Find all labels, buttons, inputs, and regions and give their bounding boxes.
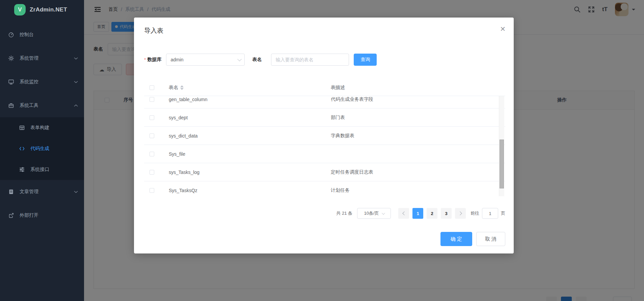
cell-table-name: Sys_file (169, 151, 331, 157)
page-button-3[interactable]: 3 (441, 208, 452, 219)
table-row[interactable]: sys_Tasks_log 定时任务调度日志表 (144, 163, 505, 181)
table-row[interactable]: sys_dict_data 字典数据表 (144, 127, 505, 145)
gear-icon (8, 55, 14, 61)
col-table-name: 表名 (169, 85, 178, 91)
cell-table-name: Sys_TasksQz (169, 188, 331, 193)
dlg-select-all-checkbox[interactable] (150, 85, 154, 90)
dlg-table-name-label: 表名 (252, 57, 262, 63)
table-row[interactable]: sys_dept 部门表 (144, 109, 505, 127)
dialog-table: 表名 表描述 gen_table_column 代码生成业务表字段 sys_de… (144, 79, 505, 196)
db-select-value: admin (170, 57, 237, 62)
sidebar-item-label: 系统接口 (30, 167, 78, 173)
chevron-down-icon (381, 211, 385, 215)
scroll-up-arrow-icon[interactable] (500, 98, 504, 101)
sidebar-item-form-builder[interactable]: 表单构建 (0, 117, 84, 138)
code-icon (19, 146, 25, 152)
confirm-button[interactable]: 确 定 (440, 232, 472, 246)
chevron-left-icon (402, 211, 406, 215)
sidebar-submenu-wrap: 表单构建 代码生成 系统接口 (0, 117, 84, 180)
row-checkbox[interactable] (150, 170, 154, 175)
page-size-select[interactable]: 10条/页 (357, 208, 391, 219)
sidebar-item-label: 系统管理 (20, 55, 69, 61)
page-button-2[interactable]: 2 (427, 208, 437, 219)
vertical-scrollbar[interactable] (499, 96, 504, 196)
chevron-up-icon (74, 104, 78, 107)
page-size-value: 10条/页 (364, 210, 379, 216)
sidebar: V ZrAdmin.NET 控制台 系统管理 系统监控 系统工具 表单 (0, 0, 84, 301)
dialog-pagination: 共 21 条 10条/页 1 2 3 前往 页 (336, 208, 505, 219)
table-row[interactable]: gen_table_column 代码生成业务表字段 (144, 96, 505, 109)
sidebar-item-label: 文章管理 (20, 189, 69, 195)
dialog-table-body: gen_table_column 代码生成业务表字段 sys_dept 部门表 … (144, 96, 505, 196)
cell-table-desc: 定时任务调度日志表 (331, 169, 505, 175)
dlg-table-name-input[interactable] (271, 54, 349, 66)
goto-label: 前往 (471, 210, 479, 216)
form-grid-icon (19, 125, 25, 131)
cell-table-desc: 代码生成业务表字段 (331, 96, 505, 102)
db-select[interactable]: admin (166, 54, 245, 66)
dialog-form: * 数据库 admin 表名 查询 (144, 54, 377, 66)
scrollbar-thumb[interactable] (500, 140, 504, 188)
sidebar-item-label: 外部打开 (20, 212, 78, 218)
table-row[interactable]: Sys_file (144, 145, 505, 163)
chevron-down-icon (74, 81, 78, 83)
sidebar-item-label: 系统工具 (20, 102, 69, 109)
sidebar-item-code-gen[interactable]: 代码生成 (0, 138, 84, 159)
cell-table-name: sys_dict_data (169, 133, 331, 139)
cell-table-desc: 计划任务 (331, 187, 505, 193)
app-logo[interactable]: V ZrAdmin.NET (0, 0, 84, 20)
sidebar-submenu: 表单构建 代码生成 系统接口 (0, 117, 84, 180)
goto-unit: 页 (501, 210, 505, 216)
dialog-table-header: 表名 表描述 (144, 79, 505, 96)
app-title: ZrAdmin.NET (30, 6, 67, 13)
cell-table-name: gen_table_column (169, 97, 331, 102)
cell-table-name: sys_Tasks_log (169, 170, 331, 175)
required-asterisk: * (144, 57, 146, 62)
external-link-icon (8, 212, 14, 218)
sidebar-item-label: 表单构建 (30, 125, 78, 131)
sidebar-item-system-api[interactable]: 系统接口 (0, 159, 84, 180)
import-table-dialog: 导入表 ✕ * 数据库 admin 表名 查询 表名 表描述 gen_table… (134, 18, 514, 253)
close-icon[interactable]: ✕ (500, 26, 506, 32)
table-row[interactable]: Sys_TasksQz 计划任务 (144, 181, 505, 196)
toolbox-icon (8, 102, 14, 109)
dashboard-icon (8, 32, 14, 38)
query-button[interactable]: 查询 (354, 54, 377, 66)
sort-icon[interactable] (180, 85, 184, 90)
page-button-1[interactable]: 1 (412, 208, 423, 219)
logo-icon: V (14, 4, 26, 16)
sidebar-item-system-monitor[interactable]: 系统监控 (0, 70, 84, 94)
sidebar-item-label: 代码生成 (30, 146, 78, 152)
dialog-footer: 确 定 取 消 (440, 232, 505, 246)
row-checkbox[interactable] (150, 133, 154, 138)
dialog-title: 导入表 (144, 26, 163, 35)
row-checkbox[interactable] (150, 188, 154, 193)
sliders-icon (19, 167, 25, 173)
goto-page-input[interactable] (482, 208, 498, 219)
sidebar-item-label: 控制台 (20, 32, 78, 38)
col-table-desc: 表描述 (331, 85, 505, 91)
db-label: 数据库 (147, 57, 161, 63)
cell-table-desc: 部门表 (331, 115, 505, 121)
sidebar-item-system-tools[interactable]: 系统工具 (0, 94, 84, 117)
cell-table-name: sys_dept (169, 115, 331, 120)
row-checkbox[interactable] (150, 152, 154, 156)
sidebar-item-dashboard[interactable]: 控制台 (0, 23, 84, 47)
sidebar-item-label: 系统监控 (20, 79, 69, 85)
chevron-down-icon (74, 190, 78, 193)
pagination-total: 共 21 条 (336, 210, 352, 216)
prev-page-button[interactable] (398, 208, 409, 219)
sidebar-item-external-open[interactable]: 外部打开 (0, 204, 84, 227)
next-page-button[interactable] (455, 208, 466, 219)
cancel-button[interactable]: 取 消 (476, 232, 505, 246)
article-icon (8, 189, 14, 195)
scroll-down-arrow-icon[interactable] (500, 191, 504, 194)
sidebar-item-article-mgmt[interactable]: 文章管理 (0, 180, 84, 204)
chevron-right-icon (458, 211, 462, 215)
row-checkbox[interactable] (150, 97, 154, 102)
chevron-down-icon (74, 57, 78, 60)
sidebar-item-system-mgmt[interactable]: 系统管理 (0, 47, 84, 70)
row-checkbox[interactable] (150, 115, 154, 120)
cell-table-desc: 字典数据表 (331, 133, 505, 139)
chevron-down-icon (238, 57, 242, 61)
